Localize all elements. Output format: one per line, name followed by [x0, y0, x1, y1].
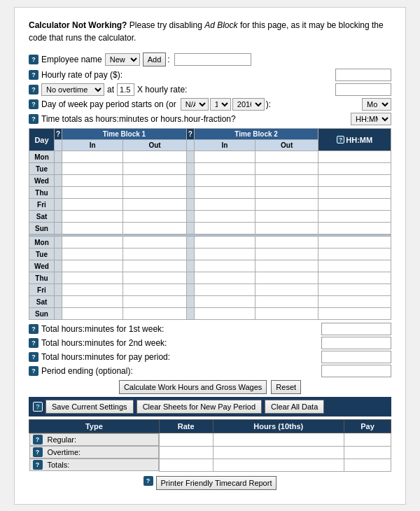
week2-total-input[interactable]: [321, 337, 391, 349]
out2-cell[interactable]: [255, 296, 318, 308]
in1-cell[interactable]: [62, 248, 123, 260]
reset-button[interactable]: Reset: [271, 380, 301, 394]
out2-input[interactable]: [256, 297, 317, 307]
employee-name-input[interactable]: [174, 53, 251, 66]
out1-input[interactable]: [124, 223, 185, 233]
out2-cell[interactable]: [255, 223, 318, 234]
hourly-rate-input[interactable]: [335, 69, 391, 81]
out2-input[interactable]: [256, 249, 317, 259]
out1-input[interactable]: [124, 273, 185, 283]
hhmm-cell[interactable]: [318, 175, 391, 187]
out1-input[interactable]: [124, 297, 185, 307]
time-format-select[interactable]: HH:MMDecimal: [351, 113, 391, 125]
printer-button[interactable]: Printer Friendly Timecard Report: [156, 476, 277, 490]
out1-cell[interactable]: [123, 308, 186, 320]
hhmm-cell[interactable]: [318, 199, 391, 211]
in1-input[interactable]: [63, 249, 122, 259]
employee-new-select[interactable]: New: [105, 53, 140, 66]
summary-help-2[interactable]: ?: [33, 460, 43, 470]
out2-cell[interactable]: [255, 272, 318, 284]
in2-input[interactable]: [195, 237, 254, 247]
in2-cell[interactable]: [194, 163, 255, 175]
hourly-help-icon[interactable]: ?: [29, 70, 38, 80]
na-select[interactable]: N/A: [181, 98, 209, 111]
out1-input[interactable]: [124, 237, 185, 247]
out2-input[interactable]: [256, 261, 317, 271]
out2-input[interactable]: [256, 309, 317, 318]
overtime-rate-input[interactable]: [117, 83, 134, 96]
in1-cell[interactable]: [62, 296, 123, 308]
in2-cell[interactable]: [194, 260, 255, 272]
period-help[interactable]: ?: [29, 352, 38, 362]
out2-input[interactable]: [256, 285, 317, 295]
out1-input[interactable]: [124, 249, 185, 259]
in1-input[interactable]: [63, 309, 122, 318]
hhmm-cell[interactable]: [318, 223, 391, 234]
in1-input[interactable]: [63, 273, 122, 283]
out1-cell[interactable]: [123, 272, 186, 284]
in2-input[interactable]: [195, 249, 254, 259]
in2-input[interactable]: [195, 309, 254, 318]
hhmm-input[interactable]: [319, 176, 390, 186]
in2-cell[interactable]: [194, 272, 255, 284]
out2-cell[interactable]: [255, 199, 318, 211]
day-of-week-end-select[interactable]: MonTueWedThuFriSatSun: [362, 98, 391, 111]
out2-cell[interactable]: [255, 187, 318, 199]
out1-input[interactable]: [124, 176, 185, 186]
clear-all-button[interactable]: Clear All Data: [265, 400, 324, 414]
action-help-icon[interactable]: ?: [33, 402, 43, 412]
hhmm-input[interactable]: [319, 152, 390, 162]
out1-cell[interactable]: [123, 199, 186, 211]
in2-input[interactable]: [195, 200, 254, 209]
hhmm-input[interactable]: [319, 237, 390, 247]
out1-input[interactable]: [124, 309, 185, 318]
out2-cell[interactable]: [255, 175, 318, 187]
hhmm-input[interactable]: [319, 273, 390, 283]
in1-input[interactable]: [63, 297, 122, 307]
in1-input[interactable]: [63, 211, 122, 221]
hhmm-input[interactable]: [319, 200, 390, 209]
in2-cell[interactable]: [194, 237, 255, 248]
in2-cell[interactable]: [194, 211, 255, 223]
hhmm-input[interactable]: [319, 188, 390, 197]
out1-cell[interactable]: [123, 223, 186, 234]
hhmm-cell[interactable]: [318, 260, 391, 272]
overtime-select[interactable]: No overtime: [41, 83, 104, 96]
out2-input[interactable]: [256, 211, 317, 221]
in2-input[interactable]: [195, 152, 254, 162]
in1-cell[interactable]: [62, 175, 123, 187]
out2-cell[interactable]: [255, 151, 318, 163]
hhmm-cell[interactable]: [318, 211, 391, 223]
clear-sheets-button[interactable]: Clear Sheets for New Pay Period: [136, 400, 262, 414]
in1-cell[interactable]: [62, 211, 123, 223]
period-ending-input[interactable]: [321, 365, 391, 377]
year-select[interactable]: 201620172018: [232, 98, 265, 111]
in1-input[interactable]: [63, 152, 122, 162]
period-ending-help[interactable]: ?: [29, 366, 38, 376]
hhmm-cell[interactable]: [318, 237, 391, 248]
hhmm-input[interactable]: [319, 297, 390, 307]
out2-cell[interactable]: [255, 284, 318, 296]
week1-total-input[interactable]: [321, 323, 391, 335]
in2-cell[interactable]: [194, 296, 255, 308]
employee-help-icon[interactable]: ?: [29, 55, 38, 64]
out1-cell[interactable]: [123, 296, 186, 308]
period-total-input[interactable]: [321, 351, 391, 363]
out1-input[interactable]: [124, 164, 185, 174]
hhmm-cell[interactable]: [318, 296, 391, 308]
hhmm-input[interactable]: [319, 261, 390, 271]
out2-input[interactable]: [256, 152, 317, 162]
in1-cell[interactable]: [62, 199, 123, 211]
in2-cell[interactable]: [194, 284, 255, 296]
in2-cell[interactable]: [194, 248, 255, 260]
out1-cell[interactable]: [123, 151, 186, 163]
out2-input[interactable]: [256, 237, 317, 247]
hhmm-input[interactable]: [319, 249, 390, 259]
in1-cell[interactable]: [62, 284, 123, 296]
out1-input[interactable]: [124, 188, 185, 197]
week2-help[interactable]: ?: [29, 338, 38, 348]
out1-cell[interactable]: [123, 237, 186, 248]
in2-input[interactable]: [195, 188, 254, 197]
hhmm-cell[interactable]: [318, 151, 391, 163]
out1-input[interactable]: [124, 211, 185, 221]
